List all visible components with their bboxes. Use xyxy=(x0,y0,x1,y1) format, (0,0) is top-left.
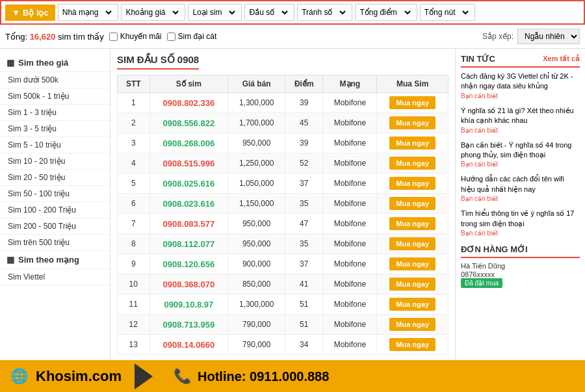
cell-network: Mobifone xyxy=(323,214,377,234)
cell-sim: 0908.556.822 xyxy=(150,113,228,133)
price-select-wrapper[interactable]: Khoảng giá xyxy=(121,4,185,21)
cell-score: 51 xyxy=(285,315,323,335)
buy-button[interactable]: Mua ngay xyxy=(389,116,436,129)
totalscore-select[interactable] xyxy=(400,7,413,18)
cell-price: 1,050,000 xyxy=(228,174,285,194)
cell-score: 37 xyxy=(285,254,323,274)
cell-stt: 1 xyxy=(118,93,150,113)
sidebar-item-7[interactable]: Sim 50 - 100 triệu xyxy=(0,186,110,202)
cell-buy[interactable]: Mua ngay xyxy=(377,174,448,194)
sidebar-item-8[interactable]: Sim 100 - 200 Triệu xyxy=(0,202,110,218)
news-link-3[interactable]: Bạn cần biết xyxy=(461,194,580,203)
sidebar-item-2[interactable]: Sim 1 - 3 triệu xyxy=(0,105,110,121)
news-item-2: Bạn cần biết - Ý nghĩa số 44 trong phong… xyxy=(461,140,580,170)
cell-price: 950,000 xyxy=(228,234,285,254)
order-item: Hà Tiến Dũng 0876xxxxx Đã đặt mua xyxy=(461,262,580,288)
network-select[interactable] xyxy=(101,7,114,18)
checkbox-khuyen-mai[interactable]: Khuyến mãi xyxy=(109,32,162,41)
cell-stt: 10 xyxy=(118,274,150,294)
buy-button[interactable]: Mua ngay xyxy=(389,257,436,270)
simtype-select[interactable] xyxy=(224,7,237,18)
cell-buy[interactable]: Mua ngay xyxy=(377,234,448,254)
checkbox-sim-dai-cat[interactable]: Sim đại cát xyxy=(167,32,217,41)
simtype-select-wrapper[interactable]: Loại sim xyxy=(188,4,242,21)
sidebar-item-4[interactable]: Sim 5 - 10 triệu xyxy=(0,137,110,153)
cell-score: 35 xyxy=(285,234,323,254)
cell-sim: 0908.713.959 xyxy=(150,315,228,335)
cell-stt: 13 xyxy=(118,335,150,355)
sidebar-item-6[interactable]: Sim 20 - 50 triệu xyxy=(0,170,110,186)
buy-button[interactable]: Mua ngay xyxy=(389,237,436,250)
sort-select[interactable]: Ngẫu nhiên xyxy=(517,29,580,44)
sim-dai-cat-checkbox[interactable] xyxy=(167,33,176,41)
cell-buy[interactable]: Mua ngay xyxy=(377,214,448,234)
filter-icon: ▼ xyxy=(12,8,20,18)
cell-score: 34 xyxy=(285,335,323,355)
see-all-link[interactable]: Xem tất cả xyxy=(543,55,580,63)
order-phone: 0876xxxxx xyxy=(461,270,580,278)
cell-buy[interactable]: Mua ngay xyxy=(377,113,448,133)
cell-buy[interactable]: Mua ngay xyxy=(377,274,448,294)
buy-button[interactable]: Mua ngay xyxy=(389,177,436,190)
cell-buy[interactable]: Mua ngay xyxy=(377,153,448,174)
cell-buy[interactable]: Mua ngay xyxy=(377,93,448,113)
order-badge: Đã đặt mua xyxy=(461,278,502,288)
sidebar-item-3[interactable]: Sim 3 - 5 triệu xyxy=(0,121,110,137)
price-select[interactable] xyxy=(168,7,181,18)
news-link-1[interactable]: Bạn cần biết xyxy=(461,126,580,135)
sidebar-item-5[interactable]: Sim 10 - 20 triệu xyxy=(0,153,110,170)
cell-network: Mobifone xyxy=(323,294,377,315)
buy-button[interactable]: Mua ngay xyxy=(389,217,436,230)
buy-button[interactable]: Mua ngay xyxy=(389,197,436,210)
khuyen-mai-checkbox[interactable] xyxy=(109,33,118,41)
cell-sim: 0908.025.616 xyxy=(150,174,228,194)
cell-stt: 7 xyxy=(118,214,150,234)
totalnut-select[interactable] xyxy=(458,7,471,18)
sidebar-item-0[interactable]: Sim dưới 500k xyxy=(0,72,110,88)
news-link-4[interactable]: Bạn cần biết xyxy=(461,229,580,238)
network-select-wrapper[interactable]: Nhà mạng xyxy=(58,4,119,21)
cell-buy[interactable]: Mua ngay xyxy=(377,194,448,214)
buy-button[interactable]: Mua ngay xyxy=(389,137,436,150)
cell-buy[interactable]: Mua ngay xyxy=(377,294,448,315)
cell-sim: 0908.368.070 xyxy=(150,274,228,294)
prefix-select-wrapper[interactable]: Đầu số xyxy=(244,4,294,21)
avoid-select[interactable] xyxy=(335,7,348,18)
table-icon-2: ▦ xyxy=(6,255,14,265)
buy-button[interactable]: Mua ngay xyxy=(389,298,436,311)
buy-button[interactable]: Mua ngay xyxy=(389,318,436,331)
cell-stt: 12 xyxy=(118,315,150,335)
main-layout: ▦ Sim theo giá Sim dưới 500k Sim 500k - … xyxy=(0,49,585,360)
avoid-select-wrapper[interactable]: Tránh số xyxy=(297,4,352,21)
filter-bar: ▼ Bộ lọc Nhà mạng Khoảng giá Loại sim Đầ… xyxy=(0,0,585,25)
cell-stt: 2 xyxy=(118,113,150,133)
table-row: 6 0908.023.616 1,150,000 35 Mobifone Mua… xyxy=(118,194,448,214)
sidebar-item-viettel[interactable]: Sim Viettel xyxy=(0,269,110,285)
buy-button[interactable]: Mua ngay xyxy=(389,96,436,109)
cell-buy[interactable]: Mua ngay xyxy=(377,133,448,153)
cell-score: 52 xyxy=(285,153,323,174)
cell-buy[interactable]: Mua ngay xyxy=(377,335,448,355)
news-link-2[interactable]: Bạn cần biết xyxy=(461,160,580,169)
cell-buy[interactable]: Mua ngay xyxy=(377,315,448,335)
cell-price: 900,000 xyxy=(228,254,285,274)
sidebar-item-10[interactable]: Sim trên 500 triệu xyxy=(0,235,110,251)
cell-price: 1,150,000 xyxy=(228,194,285,214)
cell-sim: 0908.083.577 xyxy=(150,214,228,234)
buy-button[interactable]: Mua ngay xyxy=(389,278,436,291)
news-link-0[interactable]: Bạn cần biết xyxy=(461,92,580,101)
table-row: 4 0908.515.996 1,250,000 52 Mobifone Mua… xyxy=(118,153,448,174)
buy-button[interactable]: Mua ngay xyxy=(389,338,436,351)
buy-button[interactable]: Mua ngay xyxy=(389,157,436,170)
cell-buy[interactable]: Mua ngay xyxy=(377,254,448,274)
sidebar-item-9[interactable]: Sim 200 - 500 Triệu xyxy=(0,218,110,235)
news-item-3: Hướng dẫn các cách đổi tên wifi hiệu quả… xyxy=(461,174,580,203)
filter-button[interactable]: ▼ Bộ lọc xyxy=(5,5,55,21)
right-sidebar: TIN TỨC Xem tất cả Cách đăng ký 3G Viett… xyxy=(455,49,585,360)
totalnut-select-wrapper[interactable]: Tổng nút xyxy=(420,4,476,21)
cell-network: Mobifone xyxy=(323,113,377,133)
sidebar-item-1[interactable]: Sim 500k - 1 triệu xyxy=(0,88,110,105)
totalscore-select-wrapper[interactable]: Tổng điểm xyxy=(355,4,417,21)
prefix-select[interactable] xyxy=(277,7,290,18)
table-row: 11 0909.10.8.97 1,300,000 51 Mobifone Mu… xyxy=(118,294,448,315)
